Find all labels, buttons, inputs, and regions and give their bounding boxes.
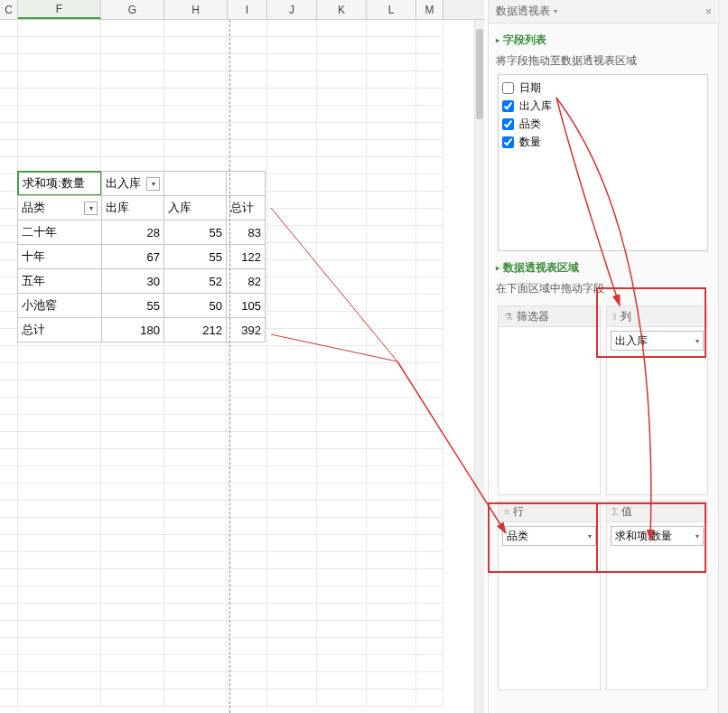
cell[interactable] [164, 501, 228, 518]
cell[interactable] [267, 552, 317, 569]
cell[interactable] [0, 123, 18, 140]
cell[interactable] [267, 277, 317, 295]
cell[interactable] [228, 398, 267, 415]
cell[interactable] [267, 54, 317, 71]
cell[interactable] [267, 398, 317, 415]
cell[interactable] [317, 586, 367, 604]
cell[interactable] [101, 89, 164, 106]
cell[interactable] [416, 501, 443, 518]
cell[interactable] [267, 89, 317, 106]
cell[interactable] [416, 569, 443, 586]
cell[interactable] [0, 209, 18, 226]
cell[interactable] [0, 20, 18, 37]
column-field-pill[interactable]: 出入库 ▾ [611, 331, 705, 351]
field-item[interactable]: 数量 [502, 133, 704, 151]
cell[interactable] [267, 466, 317, 483]
cell[interactable] [228, 380, 267, 398]
cell[interactable] [164, 690, 228, 707]
cell[interactable] [101, 638, 164, 655]
cell[interactable] [164, 466, 228, 483]
cell[interactable] [101, 586, 164, 604]
cell[interactable] [317, 71, 367, 89]
cell[interactable] [101, 483, 164, 501]
cell[interactable] [317, 535, 367, 552]
cell[interactable] [18, 621, 101, 638]
row-area[interactable]: ≡行 品类 ▾ [498, 501, 601, 690]
cell[interactable] [18, 398, 101, 415]
cell[interactable] [317, 449, 367, 466]
cell[interactable] [18, 535, 101, 552]
cell[interactable] [164, 106, 228, 123]
cell[interactable] [101, 518, 164, 535]
cell[interactable] [164, 20, 228, 37]
cell[interactable] [367, 638, 416, 655]
cell[interactable] [367, 535, 416, 552]
cell[interactable] [367, 123, 416, 140]
cell[interactable] [0, 174, 18, 192]
cell[interactable] [0, 466, 18, 483]
cell[interactable] [416, 123, 443, 140]
cell[interactable] [0, 277, 18, 295]
cell[interactable] [228, 346, 267, 363]
cell[interactable] [367, 380, 416, 398]
cell[interactable] [164, 518, 228, 535]
cell[interactable] [0, 638, 18, 655]
cell[interactable] [164, 380, 228, 398]
cell[interactable] [0, 655, 18, 672]
cell[interactable] [416, 638, 443, 655]
cell[interactable] [416, 192, 443, 209]
cell[interactable] [416, 621, 443, 638]
cell[interactable] [101, 501, 164, 518]
cell[interactable] [416, 174, 443, 192]
cell[interactable] [317, 621, 367, 638]
cell[interactable] [317, 20, 367, 37]
cell[interactable] [0, 518, 18, 535]
cell[interactable] [18, 363, 101, 380]
cell[interactable] [367, 89, 416, 106]
cell[interactable] [164, 483, 228, 501]
cell[interactable] [101, 569, 164, 586]
cell[interactable] [416, 552, 443, 569]
cell[interactable] [18, 71, 101, 89]
cell[interactable] [367, 398, 416, 415]
col-header-f[interactable]: F [18, 0, 101, 19]
cell[interactable] [0, 552, 18, 569]
cell[interactable] [267, 312, 317, 329]
cell[interactable] [228, 449, 267, 466]
cell[interactable] [367, 174, 416, 192]
cell[interactable] [267, 569, 317, 586]
cell[interactable] [267, 71, 317, 89]
cell[interactable] [416, 312, 443, 329]
dropdown-icon[interactable]: ▾ [146, 177, 160, 191]
pivot-row-field[interactable]: 品类 ▾ [17, 195, 102, 220]
cell[interactable] [101, 398, 164, 415]
col-header-c[interactable]: C [0, 0, 18, 19]
col-header-h[interactable]: H [164, 0, 228, 19]
cell[interactable] [267, 483, 317, 501]
cell[interactable] [18, 466, 101, 483]
cell[interactable] [317, 466, 367, 483]
cell[interactable] [317, 518, 367, 535]
cell[interactable] [416, 466, 443, 483]
cell[interactable] [164, 398, 228, 415]
cell[interactable] [267, 329, 317, 346]
field-item[interactable]: 出入库 [502, 97, 704, 115]
cell[interactable] [267, 638, 317, 655]
cell[interactable] [18, 123, 101, 140]
cell[interactable] [267, 415, 317, 432]
cell[interactable] [101, 37, 164, 54]
cell[interactable] [416, 415, 443, 432]
cell[interactable] [18, 140, 101, 157]
cell[interactable] [0, 432, 18, 449]
row-field-pill[interactable]: 品类 ▾ [502, 526, 596, 546]
cell[interactable] [0, 226, 18, 243]
cell[interactable] [0, 569, 18, 586]
cell[interactable] [317, 363, 367, 380]
cell[interactable] [317, 89, 367, 106]
cell[interactable] [367, 518, 416, 535]
chevron-down-icon[interactable]: ▾ [695, 337, 699, 345]
scrollbar-thumb[interactable] [476, 29, 483, 119]
cell[interactable] [164, 621, 228, 638]
cell[interactable] [367, 140, 416, 157]
cell[interactable] [367, 363, 416, 380]
